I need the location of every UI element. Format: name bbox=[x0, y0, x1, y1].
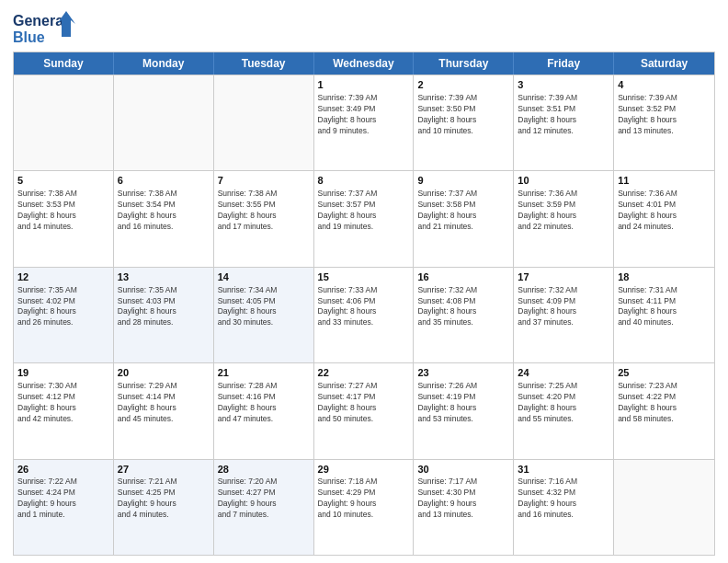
day-cell-25: 25Sunrise: 7:23 AM Sunset: 4:22 PM Dayli… bbox=[614, 363, 714, 458]
day-number: 10 bbox=[518, 174, 609, 188]
day-cell-26: 26Sunrise: 7:22 AM Sunset: 4:24 PM Dayli… bbox=[14, 460, 114, 555]
calendar-row-1: 5Sunrise: 7:38 AM Sunset: 3:53 PM Daylig… bbox=[14, 170, 714, 266]
empty-cell-r4c6 bbox=[614, 460, 714, 555]
day-number: 18 bbox=[618, 270, 711, 284]
day-cell-8: 8Sunrise: 7:37 AM Sunset: 3:57 PM Daylig… bbox=[314, 171, 415, 266]
day-cell-18: 18Sunrise: 7:31 AM Sunset: 4:11 PM Dayli… bbox=[614, 268, 714, 362]
day-info: Sunrise: 7:25 AM Sunset: 4:20 PM Dayligh… bbox=[518, 381, 609, 425]
day-number: 9 bbox=[417, 174, 509, 188]
day-number: 29 bbox=[318, 463, 410, 477]
day-info: Sunrise: 7:21 AM Sunset: 4:25 PM Dayligh… bbox=[118, 477, 210, 521]
header: GeneralBlue bbox=[13, 9, 715, 46]
day-cell-3: 3Sunrise: 7:39 AM Sunset: 3:51 PM Daylig… bbox=[514, 75, 614, 170]
weekday-header-wednesday: Wednesday bbox=[314, 52, 415, 75]
day-number: 8 bbox=[318, 174, 410, 188]
calendar-body: 1Sunrise: 7:39 AM Sunset: 3:49 PM Daylig… bbox=[14, 75, 714, 555]
day-info: Sunrise: 7:30 AM Sunset: 4:12 PM Dayligh… bbox=[17, 381, 109, 425]
day-cell-14: 14Sunrise: 7:34 AM Sunset: 4:05 PM Dayli… bbox=[214, 268, 314, 362]
day-info: Sunrise: 7:35 AM Sunset: 4:03 PM Dayligh… bbox=[118, 285, 210, 329]
day-cell-31: 31Sunrise: 7:16 AM Sunset: 4:32 PM Dayli… bbox=[514, 460, 614, 555]
day-cell-11: 11Sunrise: 7:36 AM Sunset: 4:01 PM Dayli… bbox=[614, 171, 714, 266]
day-cell-24: 24Sunrise: 7:25 AM Sunset: 4:20 PM Dayli… bbox=[514, 363, 614, 458]
day-number: 27 bbox=[118, 463, 210, 477]
empty-cell-r0c0 bbox=[14, 75, 114, 170]
day-info: Sunrise: 7:37 AM Sunset: 3:58 PM Dayligh… bbox=[417, 189, 509, 233]
day-number: 30 bbox=[417, 463, 509, 477]
day-number: 24 bbox=[518, 366, 609, 380]
day-info: Sunrise: 7:36 AM Sunset: 3:59 PM Dayligh… bbox=[518, 189, 609, 233]
day-info: Sunrise: 7:18 AM Sunset: 4:29 PM Dayligh… bbox=[318, 477, 410, 521]
calendar-header: SundayMondayTuesdayWednesdayThursdayFrid… bbox=[14, 52, 714, 75]
day-info: Sunrise: 7:39 AM Sunset: 3:49 PM Dayligh… bbox=[318, 93, 410, 137]
day-info: Sunrise: 7:31 AM Sunset: 4:11 PM Dayligh… bbox=[618, 285, 711, 329]
day-info: Sunrise: 7:39 AM Sunset: 3:52 PM Dayligh… bbox=[618, 93, 711, 137]
day-cell-5: 5Sunrise: 7:38 AM Sunset: 3:53 PM Daylig… bbox=[14, 171, 114, 266]
day-number: 15 bbox=[318, 270, 410, 284]
day-cell-27: 27Sunrise: 7:21 AM Sunset: 4:25 PM Dayli… bbox=[114, 460, 214, 555]
day-info: Sunrise: 7:36 AM Sunset: 4:01 PM Dayligh… bbox=[618, 189, 711, 233]
day-cell-1: 1Sunrise: 7:39 AM Sunset: 3:49 PM Daylig… bbox=[314, 75, 415, 170]
day-info: Sunrise: 7:38 AM Sunset: 3:54 PM Dayligh… bbox=[118, 189, 210, 233]
day-number: 22 bbox=[318, 366, 410, 380]
day-info: Sunrise: 7:29 AM Sunset: 4:14 PM Dayligh… bbox=[118, 381, 210, 425]
day-info: Sunrise: 7:38 AM Sunset: 3:53 PM Dayligh… bbox=[17, 189, 109, 233]
day-info: Sunrise: 7:27 AM Sunset: 4:17 PM Dayligh… bbox=[318, 381, 410, 425]
day-info: Sunrise: 7:16 AM Sunset: 4:32 PM Dayligh… bbox=[518, 477, 609, 521]
day-info: Sunrise: 7:22 AM Sunset: 4:24 PM Dayligh… bbox=[17, 477, 109, 521]
day-info: Sunrise: 7:32 AM Sunset: 4:09 PM Dayligh… bbox=[518, 285, 609, 329]
day-cell-10: 10Sunrise: 7:36 AM Sunset: 3:59 PM Dayli… bbox=[514, 171, 614, 266]
day-number: 17 bbox=[518, 270, 609, 284]
weekday-header-tuesday: Tuesday bbox=[214, 52, 314, 75]
day-info: Sunrise: 7:23 AM Sunset: 4:22 PM Dayligh… bbox=[618, 381, 711, 425]
day-number: 28 bbox=[218, 463, 310, 477]
day-cell-12: 12Sunrise: 7:35 AM Sunset: 4:02 PM Dayli… bbox=[14, 268, 114, 362]
day-cell-16: 16Sunrise: 7:32 AM Sunset: 4:08 PM Dayli… bbox=[414, 268, 514, 362]
calendar-row-0: 1Sunrise: 7:39 AM Sunset: 3:49 PM Daylig… bbox=[14, 75, 714, 170]
logo-svg: GeneralBlue bbox=[13, 9, 77, 46]
calendar-row-4: 26Sunrise: 7:22 AM Sunset: 4:24 PM Dayli… bbox=[14, 459, 714, 555]
day-number: 7 bbox=[218, 174, 310, 188]
day-number: 26 bbox=[17, 463, 109, 477]
calendar-row-2: 12Sunrise: 7:35 AM Sunset: 4:02 PM Dayli… bbox=[14, 267, 714, 362]
weekday-header-saturday: Saturday bbox=[614, 52, 714, 75]
weekday-header-sunday: Sunday bbox=[14, 52, 114, 75]
day-cell-21: 21Sunrise: 7:28 AM Sunset: 4:16 PM Dayli… bbox=[214, 363, 314, 458]
day-info: Sunrise: 7:28 AM Sunset: 4:16 PM Dayligh… bbox=[218, 381, 310, 425]
weekday-header-friday: Friday bbox=[514, 52, 614, 75]
day-cell-7: 7Sunrise: 7:38 AM Sunset: 3:55 PM Daylig… bbox=[214, 171, 314, 266]
day-number: 6 bbox=[118, 174, 210, 188]
day-cell-15: 15Sunrise: 7:33 AM Sunset: 4:06 PM Dayli… bbox=[314, 268, 415, 362]
empty-cell-r0c2 bbox=[214, 75, 314, 170]
day-cell-20: 20Sunrise: 7:29 AM Sunset: 4:14 PM Dayli… bbox=[114, 363, 214, 458]
calendar-row-3: 19Sunrise: 7:30 AM Sunset: 4:12 PM Dayli… bbox=[14, 362, 714, 458]
day-number: 2 bbox=[417, 78, 509, 92]
day-cell-23: 23Sunrise: 7:26 AM Sunset: 4:19 PM Dayli… bbox=[414, 363, 514, 458]
day-number: 1 bbox=[318, 78, 410, 92]
empty-cell-r0c1 bbox=[114, 75, 214, 170]
weekday-header-thursday: Thursday bbox=[414, 52, 514, 75]
day-info: Sunrise: 7:37 AM Sunset: 3:57 PM Dayligh… bbox=[318, 189, 410, 233]
day-cell-30: 30Sunrise: 7:17 AM Sunset: 4:30 PM Dayli… bbox=[414, 460, 514, 555]
day-cell-9: 9Sunrise: 7:37 AM Sunset: 3:58 PM Daylig… bbox=[414, 171, 514, 266]
logo: GeneralBlue bbox=[13, 9, 77, 46]
day-cell-29: 29Sunrise: 7:18 AM Sunset: 4:29 PM Dayli… bbox=[314, 460, 415, 555]
day-info: Sunrise: 7:38 AM Sunset: 3:55 PM Dayligh… bbox=[218, 189, 310, 233]
calendar: SundayMondayTuesdayWednesdayThursdayFrid… bbox=[13, 52, 715, 556]
day-number: 31 bbox=[518, 463, 609, 477]
day-number: 14 bbox=[218, 270, 310, 284]
day-number: 25 bbox=[618, 366, 711, 380]
weekday-header-monday: Monday bbox=[114, 52, 214, 75]
day-number: 21 bbox=[218, 366, 310, 380]
day-cell-28: 28Sunrise: 7:20 AM Sunset: 4:27 PM Dayli… bbox=[214, 460, 314, 555]
day-cell-6: 6Sunrise: 7:38 AM Sunset: 3:54 PM Daylig… bbox=[114, 171, 214, 266]
day-number: 19 bbox=[17, 366, 109, 380]
day-cell-4: 4Sunrise: 7:39 AM Sunset: 3:52 PM Daylig… bbox=[614, 75, 714, 170]
day-cell-17: 17Sunrise: 7:32 AM Sunset: 4:09 PM Dayli… bbox=[514, 268, 614, 362]
day-number: 20 bbox=[118, 366, 210, 380]
day-number: 5 bbox=[17, 174, 109, 188]
day-info: Sunrise: 7:17 AM Sunset: 4:30 PM Dayligh… bbox=[417, 477, 509, 521]
day-cell-2: 2Sunrise: 7:39 AM Sunset: 3:50 PM Daylig… bbox=[414, 75, 514, 170]
day-info: Sunrise: 7:33 AM Sunset: 4:06 PM Dayligh… bbox=[318, 285, 410, 329]
day-cell-13: 13Sunrise: 7:35 AM Sunset: 4:03 PM Dayli… bbox=[114, 268, 214, 362]
day-number: 12 bbox=[17, 270, 109, 284]
